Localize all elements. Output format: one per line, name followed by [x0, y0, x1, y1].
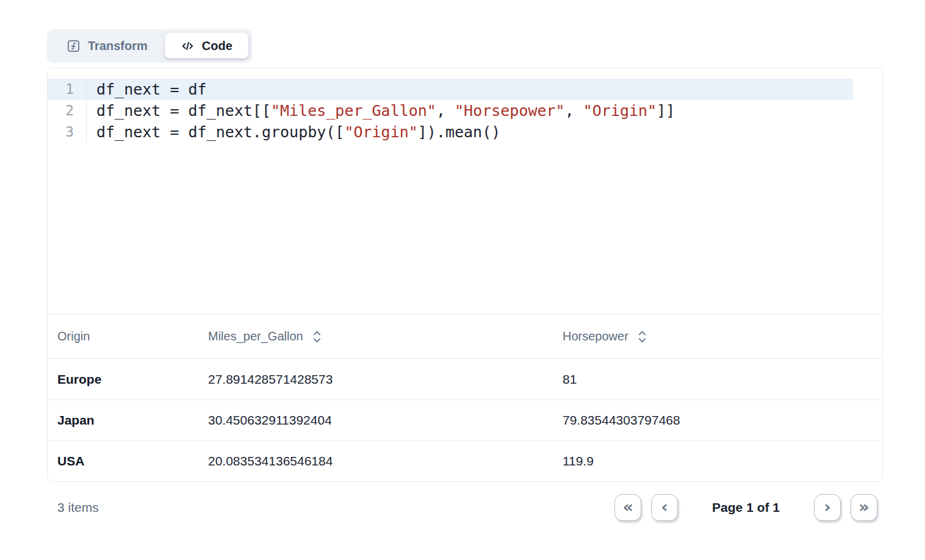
string-token: "Origin"	[583, 102, 657, 120]
cell-horsepower: 81	[553, 372, 882, 387]
tab-code[interactable]: Code	[165, 33, 248, 59]
table-row: Europe27.89142857142857381	[48, 359, 882, 400]
page-indicator: Page 1 of 1	[688, 500, 804, 515]
table-header-row: Origin Miles_per_Gallon Horsepower	[48, 315, 882, 359]
cell-origin: USA	[48, 454, 198, 468]
code-token: ]).mean()	[418, 123, 500, 141]
pagination: « ‹ Page 1 of 1 › »	[614, 494, 877, 521]
table-footer: 3 items « ‹ Page 1 of 1 › »	[47, 490, 883, 525]
cell-origin: Japan	[48, 413, 198, 428]
code-line[interactable]: 2df_next = df_next[["Miles_per_Gallon", …	[48, 100, 853, 121]
function-square-icon	[67, 39, 81, 53]
cell-miles-per-gallon: 20.083534136546184	[198, 454, 553, 468]
chevron-left-icon: ‹	[661, 498, 668, 515]
code-and-preview-panel: 1df_next = df2df_next = df_next[["Miles_…	[47, 68, 883, 482]
code-editor[interactable]: 1df_next = df2df_next = df_next[["Miles_…	[48, 68, 882, 314]
tab-transform-label: Transform	[88, 39, 148, 53]
items-count: 3 items	[57, 500, 99, 515]
cell-miles-per-gallon: 30.450632911392404	[198, 413, 553, 428]
next-page-button[interactable]: ›	[814, 494, 841, 521]
column-header-origin: Origin	[48, 329, 198, 343]
result-table: Origin Miles_per_Gallon Horsepower	[48, 314, 882, 481]
code-icon	[181, 39, 195, 53]
code-token: df_next = df	[96, 81, 207, 98]
string-token: "Origin"	[344, 123, 417, 141]
code-line[interactable]: 3df_next = df_next.groupby(["Origin"]).m…	[48, 121, 853, 143]
cell-origin: Europe	[48, 372, 198, 387]
sort-icon[interactable]	[638, 329, 647, 344]
data-wrangler-panel: Transform Code 1df_next = df2df_next = d…	[0, 0, 925, 525]
code-token: ,	[565, 102, 583, 120]
previous-page-button[interactable]: ‹	[651, 494, 678, 521]
cell-horsepower: 79.83544303797468	[553, 413, 882, 428]
table-row: Japan30.45063291139240479.83544303797468	[48, 400, 882, 440]
code-token: ,	[436, 102, 455, 120]
line-number: 2	[48, 100, 87, 121]
string-token: "Horsepower"	[455, 102, 565, 120]
table-row: USA20.083534136546184119.9	[48, 440, 882, 481]
column-header-miles-per-gallon[interactable]: Miles_per_Gallon	[198, 329, 553, 344]
code-line[interactable]: 1df_next = df	[48, 79, 853, 100]
column-header-horsepower[interactable]: Horsepower	[553, 329, 882, 344]
column-header-label: Miles_per_Gallon	[208, 329, 303, 343]
chevrons-right-icon: »	[858, 498, 869, 515]
code-line-text: df_next = df_next[["Miles_per_Gallon", "…	[87, 100, 675, 121]
line-number: 3	[48, 121, 87, 143]
cell-horsepower: 119.9	[553, 454, 882, 468]
code-line-text: df_next = df_next.groupby(["Origin"]).me…	[87, 121, 500, 143]
string-token: "Miles_per_Gallon"	[271, 102, 436, 120]
table-body: Europe27.89142857142857381Japan30.450632…	[48, 359, 882, 481]
view-tabs: Transform Code	[47, 29, 252, 62]
code-token: ]]	[657, 102, 675, 120]
column-header-label: Origin	[57, 329, 90, 343]
code-token: df_next = df_next.groupby([	[96, 123, 344, 141]
cell-miles-per-gallon: 27.891428571428573	[198, 372, 553, 387]
first-page-button[interactable]: «	[614, 494, 641, 521]
chevron-right-icon: ›	[824, 498, 830, 515]
code-line-text: df_next = df	[87, 79, 207, 100]
chevrons-left-icon: «	[622, 498, 633, 515]
line-number: 1	[48, 79, 87, 100]
column-header-label: Horsepower	[563, 329, 628, 343]
last-page-button[interactable]: »	[851, 494, 877, 521]
code-token: df_next = df_next[[	[96, 102, 271, 120]
tab-transform[interactable]: Transform	[51, 33, 164, 59]
tab-code-label: Code	[202, 39, 232, 53]
sort-icon[interactable]	[312, 329, 322, 344]
